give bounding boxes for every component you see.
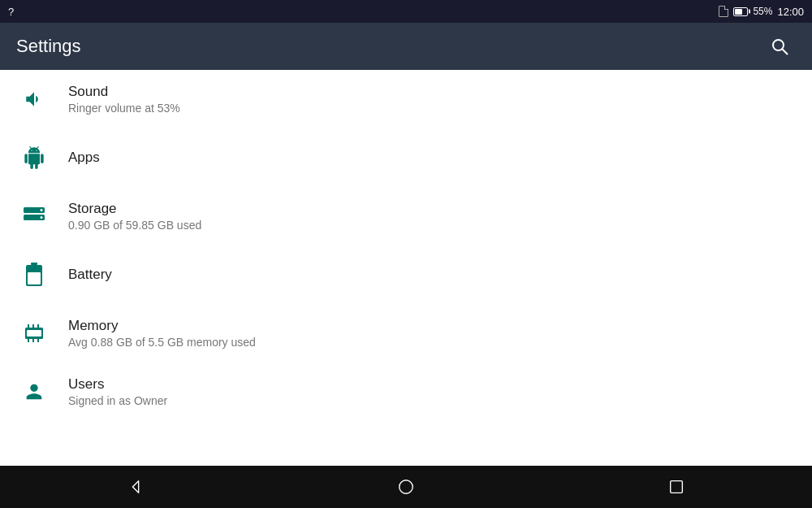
home-icon (397, 478, 415, 496)
svg-rect-8 (28, 272, 41, 284)
svg-rect-15 (37, 338, 39, 342)
battery-large-icon (25, 263, 43, 287)
svg-rect-13 (28, 338, 29, 342)
storage-subtitle: 0.90 GB of 59.85 GB used (68, 219, 201, 232)
settings-item-memory[interactable]: Memory Avg 0.88 GB of 5.5 GB memory used (0, 304, 812, 363)
status-left: ? (8, 6, 14, 18)
home-button[interactable] (373, 470, 439, 504)
sound-icon-container (16, 89, 52, 110)
memory-item-text: Memory Avg 0.88 GB of 5.5 GB memory used (68, 318, 256, 349)
question-icon: ? (8, 6, 14, 18)
svg-rect-12 (37, 324, 39, 328)
memory-icon-container (16, 321, 52, 345)
users-item-text: Users Signed in as Owner (68, 376, 167, 407)
battery-icon-container (16, 263, 52, 287)
apps-icon-container (16, 146, 52, 169)
users-icon (23, 380, 45, 403)
search-icon (770, 37, 789, 56)
settings-item-battery[interactable]: Battery (0, 245, 812, 304)
clock: 12:00 (777, 6, 804, 18)
svg-point-5 (41, 216, 43, 219)
svg-rect-11 (32, 324, 34, 328)
users-title: Users (68, 376, 167, 393)
svg-point-0 (773, 40, 784, 50)
battery-percent: 55% (753, 6, 772, 17)
settings-item-apps[interactable]: Apps (0, 128, 812, 187)
bottom-nav (0, 466, 812, 508)
svg-line-1 (783, 50, 788, 55)
search-button[interactable] (763, 30, 796, 63)
svg-point-4 (41, 209, 43, 211)
users-icon-container (16, 380, 52, 403)
back-button[interactable] (102, 470, 169, 504)
battery-status-icon (733, 7, 748, 16)
settings-item-sound[interactable]: Sound Ringer volume at 53% (0, 70, 812, 128)
sound-item-text: Sound Ringer volume at 53% (68, 84, 180, 115)
status-bar: ? 55% 12:00 (0, 0, 812, 23)
apps-title: Apps (68, 150, 100, 166)
storage-item-text: Storage 0.90 GB of 59.85 GB used (68, 201, 201, 232)
sound-title: Sound (68, 84, 180, 100)
page-title: Settings (16, 36, 81, 57)
memory-subtitle: Avg 0.88 GB of 5.5 GB memory used (68, 336, 256, 349)
battery-item-text: Battery (68, 267, 112, 283)
sound-subtitle: Ringer volume at 53% (68, 102, 180, 115)
recents-button[interactable] (643, 470, 710, 504)
recents-icon (667, 478, 685, 496)
settings-item-storage[interactable]: Storage 0.90 GB of 59.85 GB used (0, 187, 812, 245)
sound-icon (24, 89, 45, 110)
svg-point-18 (400, 480, 413, 494)
back-icon (127, 478, 145, 496)
storage-icon (22, 206, 46, 227)
toolbar: Settings (0, 23, 812, 70)
status-right: 55% 12:00 (719, 6, 804, 18)
svg-rect-14 (32, 338, 34, 342)
android-icon (23, 146, 45, 169)
settings-list: Sound Ringer volume at 53% Apps Storage … (0, 70, 812, 466)
storage-title: Storage (68, 201, 201, 217)
svg-rect-10 (28, 324, 29, 328)
battery-title: Battery (68, 267, 112, 283)
svg-rect-6 (31, 263, 37, 265)
svg-rect-19 (671, 481, 683, 493)
memory-title: Memory (68, 318, 256, 334)
memory-icon (22, 321, 46, 345)
storage-icon-container (16, 206, 52, 227)
apps-item-text: Apps (68, 150, 100, 166)
sim-icon (719, 6, 728, 17)
users-subtitle: Signed in as Owner (68, 394, 167, 407)
svg-marker-17 (132, 481, 138, 493)
settings-item-users[interactable]: Users Signed in as Owner (0, 363, 812, 421)
svg-rect-16 (27, 330, 41, 336)
